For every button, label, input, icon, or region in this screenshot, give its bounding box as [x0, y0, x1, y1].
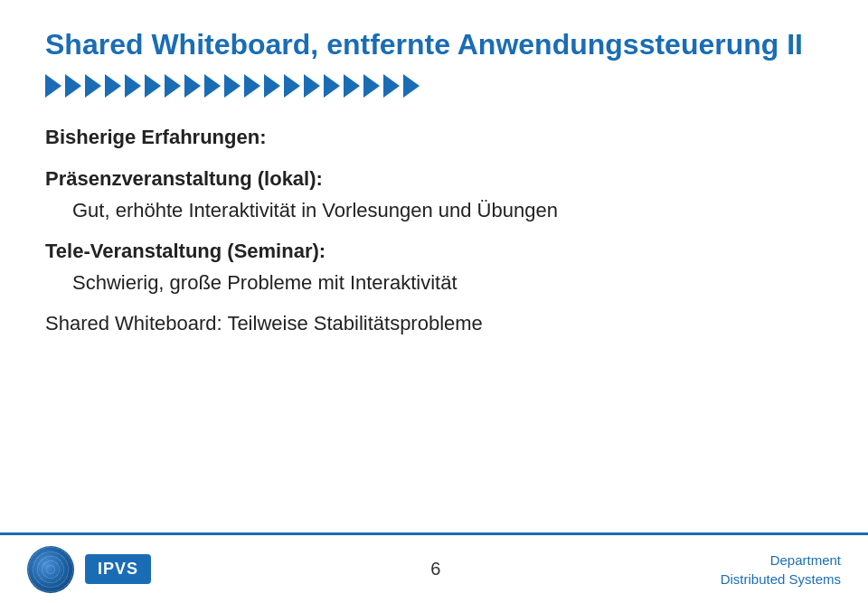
department-line1: Department	[770, 552, 841, 568]
arrows-decoration	[45, 74, 823, 98]
section-heading-3: Tele-Veranstaltung (Seminar):	[45, 235, 823, 267]
ipvs-circle-logo	[27, 546, 74, 593]
section-heading-4: Shared Whiteboard: Teilweise Stabilitäts…	[45, 307, 823, 339]
arrow-icon	[204, 74, 221, 98]
slide-footer: IPVS 6 Department Distributed Systems	[0, 532, 868, 603]
section-heading-1: Bisherige Erfahrungen:	[45, 121, 823, 153]
department-line2: Distributed Systems	[721, 571, 841, 587]
section-heading-2: Präsenzveranstaltung (lokal):	[45, 163, 823, 194]
page-number: 6	[430, 559, 440, 579]
arrow-icon	[105, 74, 121, 98]
ipvs-text-logo: IPVS	[85, 554, 151, 584]
slide: Shared Whiteboard, entfernte Anwendungss…	[0, 0, 868, 603]
arrow-icon	[244, 74, 260, 98]
arrow-icon	[145, 74, 161, 98]
arrow-icon	[403, 74, 420, 98]
arrow-icon	[383, 74, 400, 98]
list-item-1: Gut, erhöhte Interaktivität in Vorlesung…	[72, 194, 823, 226]
logo-area: IPVS	[27, 546, 151, 593]
arrow-icon	[65, 74, 81, 98]
arrow-icon	[165, 74, 181, 98]
slide-content: Bisherige Erfahrungen: Präsenzveranstalt…	[45, 121, 823, 339]
department-label: Department Distributed Systems	[721, 551, 841, 589]
arrow-icon	[324, 74, 340, 98]
slide-title: Shared Whiteboard, entfernte Anwendungss…	[45, 27, 823, 61]
arrow-icon	[304, 74, 320, 98]
list-item-2: Schwierig, große Probleme mit Interaktiv…	[72, 267, 823, 298]
arrow-icon	[125, 74, 141, 98]
arrow-icon	[224, 74, 241, 98]
arrow-icon	[264, 74, 280, 98]
arrow-icon	[85, 74, 101, 98]
arrow-icon	[45, 74, 61, 98]
arrow-icon	[184, 74, 201, 98]
arrow-icon	[363, 74, 380, 98]
arrow-icon	[344, 74, 360, 98]
arrow-icon	[284, 74, 300, 98]
